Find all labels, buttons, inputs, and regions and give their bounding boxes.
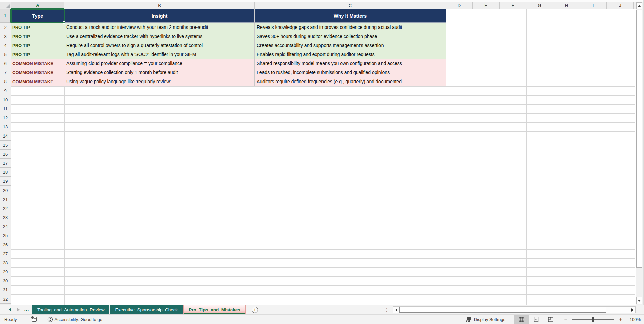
cells-area[interactable]: Type Insight Why It Matters PRO TIP Cond…: [11, 9, 635, 305]
row-header-27[interactable]: 27: [0, 249, 11, 258]
row-header-24[interactable]: 24: [0, 222, 11, 231]
row-header-17[interactable]: 17: [0, 159, 11, 168]
macro-record-icon[interactable]: [32, 317, 37, 322]
arrow-down-icon: [638, 300, 641, 302]
scroll-left-button[interactable]: [393, 307, 399, 313]
cell-why[interactable]: Shared responsibility model means you ow…: [255, 59, 446, 68]
row-header-11[interactable]: 11: [0, 104, 11, 113]
row-header-26[interactable]: 26: [0, 240, 11, 249]
row-header-29[interactable]: 29: [0, 267, 11, 276]
new-sheet-button[interactable]: +: [252, 307, 258, 313]
page-layout-view-button[interactable]: [529, 315, 543, 324]
select-all-button[interactable]: [0, 2, 11, 9]
gridline: [500, 9, 500, 305]
row-header-32[interactable]: 32: [0, 294, 11, 304]
zoom-in-button[interactable]: +: [618, 316, 623, 322]
cell-insight[interactable]: Starting evidence collection only 1 mont…: [64, 68, 255, 77]
row-header-14[interactable]: 14: [0, 131, 11, 141]
row-header-18[interactable]: 18: [0, 168, 11, 177]
row-header-28[interactable]: 28: [0, 258, 11, 267]
column-header-e[interactable]: E: [473, 2, 500, 9]
cell-type[interactable]: PRO TIP: [11, 23, 64, 32]
cell-why[interactable]: Creates accountability and supports mana…: [255, 41, 446, 50]
cell-insight[interactable]: Assuming cloud provider compliance = you…: [64, 59, 255, 68]
column-header-b[interactable]: B: [64, 2, 255, 9]
cell-type[interactable]: PRO TIP: [11, 50, 64, 59]
sheet-tab-executive-sponsorship-check[interactable]: Executive_Sponsorship_Check: [110, 305, 183, 314]
row-header-21[interactable]: 21: [0, 195, 11, 204]
cell-why[interactable]: Saves 30+ hours during auditor evidence …: [255, 32, 446, 41]
header-cell-type[interactable]: Type: [11, 9, 64, 23]
cell-insight[interactable]: Using vague policy language like 'regula…: [64, 77, 255, 86]
row-header-30[interactable]: 30: [0, 276, 11, 285]
row-header-1[interactable]: 1: [0, 9, 11, 23]
row-header-6[interactable]: 6: [0, 59, 11, 68]
cell-insight[interactable]: Conduct a mock auditor interview with yo…: [64, 23, 255, 32]
row-header-20[interactable]: 20: [0, 186, 11, 195]
sheet-tab-tooling-and-automation-review[interactable]: Tooling_and_Automation_Review: [32, 305, 109, 314]
cell-insight[interactable]: Require all control owners to sign a qua…: [64, 41, 255, 50]
cell-type[interactable]: COMMON MISTAKE: [11, 68, 64, 77]
table-row: COMMON MISTAKE Starting evidence collect…: [11, 68, 446, 77]
zoom-out-button[interactable]: −: [563, 316, 568, 322]
row-header-9[interactable]: 9: [0, 86, 11, 95]
next-sheet-button[interactable]: [14, 305, 23, 314]
cell-why[interactable]: Enables rapid filtering and export durin…: [255, 50, 446, 59]
row-header-25[interactable]: 25: [0, 231, 11, 240]
prev-sheet-button[interactable]: [5, 305, 14, 314]
cell-type[interactable]: COMMON MISTAKE: [11, 77, 64, 86]
column-header-a[interactable]: A: [11, 2, 64, 9]
normal-view-button[interactable]: [514, 315, 529, 324]
column-header-d[interactable]: D: [446, 2, 473, 9]
cell-insight[interactable]: Use a centralized evidence tracker with …: [64, 32, 255, 41]
cell-insight[interactable]: Tag all audit-relevant logs with a 'SOC2…: [64, 50, 255, 59]
vertical-scrollbar[interactable]: [636, 2, 643, 305]
scroll-up-button[interactable]: [636, 2, 642, 9]
accessibility-person-icon: [47, 317, 53, 322]
column-header-f[interactable]: F: [500, 2, 526, 9]
column-header-g[interactable]: G: [526, 2, 553, 9]
row-header-12[interactable]: 12: [0, 113, 11, 122]
header-cell-insight[interactable]: Insight: [64, 9, 255, 23]
cell-why[interactable]: Leads to rushed, incomplete submissions …: [255, 68, 446, 77]
cell-type[interactable]: COMMON MISTAKE: [11, 59, 64, 68]
cell-type[interactable]: PRO TIP: [11, 41, 64, 50]
vertical-scrollbar-thumb[interactable]: [636, 10, 642, 268]
row-header-4[interactable]: 4: [0, 41, 11, 50]
page-break-preview-button[interactable]: [543, 315, 558, 324]
select-all-triangle-icon: [6, 4, 10, 8]
column-header-j[interactable]: J: [607, 2, 634, 9]
row-header-23[interactable]: 23: [0, 213, 11, 222]
cell-type[interactable]: PRO TIP: [11, 32, 64, 41]
zoom-level-label[interactable]: 100%: [625, 317, 641, 322]
cell-why[interactable]: Reveals knowledge gaps and improves conf…: [255, 23, 446, 32]
row-header-8[interactable]: 8: [0, 77, 11, 86]
horizontal-scrollbar[interactable]: [393, 306, 636, 313]
tab-overflow-ellipsis[interactable]: …: [23, 305, 32, 314]
row-header-22[interactable]: 22: [0, 204, 11, 213]
row-header-19[interactable]: 19: [0, 177, 11, 186]
row-header-5[interactable]: 5: [0, 50, 11, 59]
scroll-right-button[interactable]: [629, 307, 635, 313]
tab-scroll-splitter[interactable]: ⋮: [384, 305, 388, 314]
display-settings-button[interactable]: Display Settings: [466, 317, 505, 322]
zoom-slider-track[interactable]: [572, 319, 614, 320]
row-header-15[interactable]: 15: [0, 141, 11, 150]
sheet-tab-pro-tips-and-mistakes[interactable]: Pro_Tips_and_Mistakes: [183, 305, 246, 314]
row-header-7[interactable]: 7: [0, 68, 11, 77]
zoom-slider-handle[interactable]: [592, 317, 594, 322]
scroll-down-button[interactable]: [636, 297, 642, 304]
header-cell-why[interactable]: Why It Matters: [255, 9, 446, 23]
column-header-c[interactable]: C: [255, 2, 446, 9]
row-header-3[interactable]: 3: [0, 32, 11, 41]
column-header-i[interactable]: I: [580, 2, 607, 9]
row-header-16[interactable]: 16: [0, 150, 11, 159]
horizontal-scrollbar-thumb[interactable]: [399, 307, 606, 313]
accessibility-status[interactable]: Accessibility: Good to go: [47, 317, 102, 322]
cell-why[interactable]: Auditors require defined frequencies (e.…: [255, 77, 446, 86]
row-header-13[interactable]: 13: [0, 122, 11, 131]
row-header-10[interactable]: 10: [0, 95, 11, 104]
row-header-31[interactable]: 31: [0, 285, 11, 294]
column-header-h[interactable]: H: [553, 2, 580, 9]
row-header-2[interactable]: 2: [0, 23, 11, 32]
